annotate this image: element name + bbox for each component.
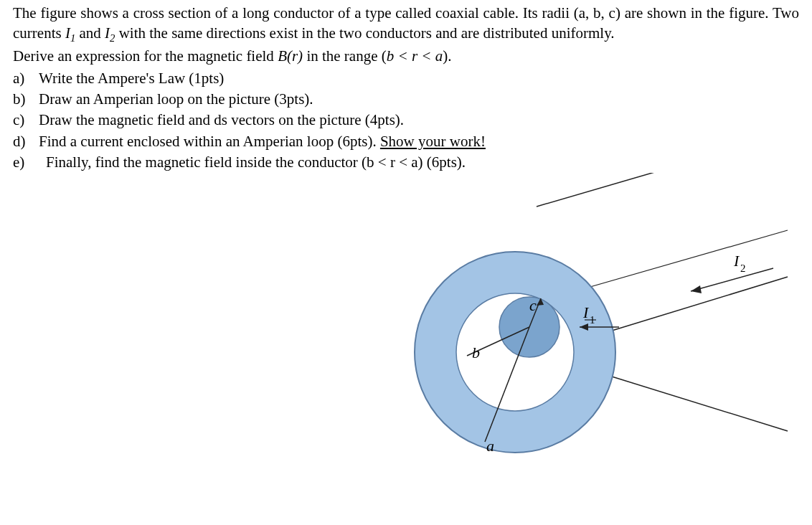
- label-a: a: [486, 437, 494, 455]
- q-b-text: Draw an Amperian loop on the picture (3p…: [39, 89, 799, 109]
- current-i1: I: [65, 24, 70, 42]
- label-b: b: [472, 344, 480, 361]
- question-list: a) Write the Ampere's Law (1pts) b) Draw…: [13, 68, 799, 173]
- q-e-letter: e): [13, 152, 46, 172]
- question-d: d) Find a current enclosed within an Amp…: [13, 131, 799, 151]
- svg-line-0: [537, 173, 788, 207]
- label-c: c: [529, 296, 537, 314]
- br-label: B(r): [278, 47, 303, 65]
- q-c-letter: c): [13, 110, 39, 130]
- q-e-text: Finally, find the magnetic field inside …: [46, 152, 799, 172]
- label-i2: I: [733, 252, 740, 270]
- current-i2: I: [105, 24, 110, 42]
- label-i2-sub: 2: [740, 262, 746, 274]
- q-a-text: Write the Ampere's Law (1pts): [39, 68, 799, 88]
- svg-line-2: [603, 374, 788, 431]
- range-close: ).: [443, 47, 451, 65]
- question-e: e) Finally, find the magnetic field insi…: [13, 152, 799, 172]
- intro-mid: and: [75, 24, 105, 42]
- range-ineq: b < r < a: [387, 47, 443, 65]
- intro-text-2: with the same directions exist in the tw…: [115, 24, 614, 42]
- q-a-letter: a): [13, 68, 39, 88]
- problem-intro: The figure shows a cross section of a lo…: [13, 3, 799, 46]
- figure-coaxial-cable: a b c I 1 I 2: [13, 173, 799, 488]
- q-d-text: Find a current enclosed within an Amperi…: [39, 131, 799, 151]
- range-open: in the range (: [303, 47, 387, 65]
- derive-text: Derive an expression for the magnetic fi…: [13, 47, 278, 65]
- q-d-underlined: Show your work!: [380, 133, 486, 150]
- question-b: b) Draw an Amperian loop on the picture …: [13, 89, 799, 109]
- q-d-before: Find a current enclosed within an Amperi…: [39, 133, 380, 150]
- derive-statement: Derive an expression for the magnetic fi…: [13, 46, 799, 66]
- svg-marker-14: [691, 285, 702, 293]
- svg-line-1: [612, 277, 788, 331]
- q-b-letter: b): [13, 89, 39, 109]
- svg-line-13: [691, 268, 773, 291]
- q-d-letter: d): [13, 131, 39, 151]
- q-c-text: Draw the magnetic field and ds vectors o…: [39, 110, 799, 130]
- question-c: c) Draw the magnetic field and ds vector…: [13, 110, 799, 130]
- question-a: a) Write the Ampere's Law (1pts): [13, 68, 799, 88]
